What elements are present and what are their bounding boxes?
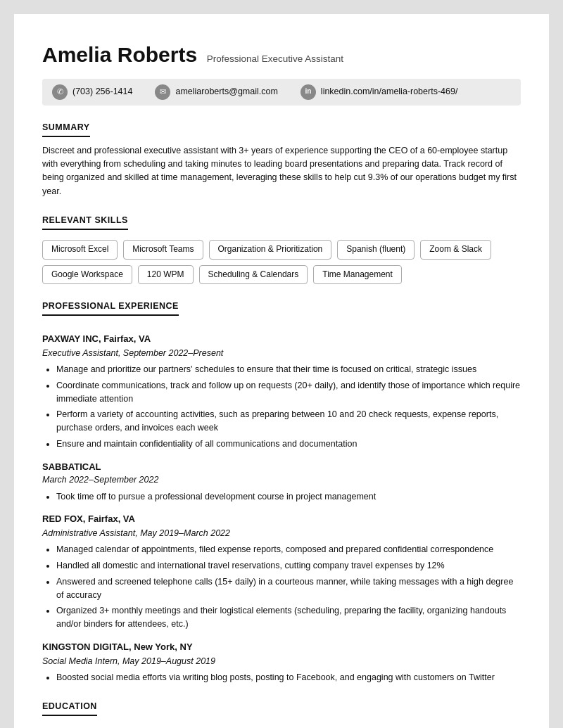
sabbatical-bullet: Took time off to pursue a professional d… — [56, 490, 521, 504]
company-paxway: PAXWAY INC, Fairfax, VA — [42, 333, 521, 346]
company-kingston: KINGSTON DIGITAL, New York, NY — [42, 641, 521, 654]
sabbatical-block: SABBATICAL March 2022–September 2022 Too… — [42, 461, 521, 504]
sabbatical-bullets: Took time off to pursue a professional d… — [42, 490, 521, 504]
email-icon: ✉ — [155, 84, 170, 100]
list-item: Managed calendar of appointments, filed … — [56, 543, 521, 556]
list-item: Manage and prioritize our partners' sche… — [56, 363, 521, 376]
skills-section: RELEVANT SKILLS Microsoft ExcelMicrosoft… — [42, 214, 521, 284]
phone-icon: ✆ — [52, 84, 68, 100]
linkedin-icon: in — [301, 84, 316, 100]
candidate-name: Amelia Roberts — [42, 43, 197, 66]
header: Amelia Roberts Professional Executive As… — [42, 39, 521, 70]
skills-list: Microsoft ExcelMicrosoft TeamsOrganizati… — [42, 240, 521, 284]
role-paxway: Executive Assistant, September 2022–Pres… — [42, 347, 521, 359]
list-item: Boosted social media efforts via writing… — [56, 671, 521, 684]
role-redfox: Administrative Assistant, May 2019–March… — [42, 527, 521, 539]
list-item: Handled all domestic and international t… — [56, 559, 521, 573]
contact-bar: ✆ (703) 256-1414 ✉ ameliaroberts@gmail.c… — [42, 79, 521, 106]
job-redfox: RED FOX, Fairfax, VA Administrative Assi… — [42, 513, 521, 630]
skill-tag: Zoom & Slack — [420, 240, 491, 259]
contact-phone: ✆ (703) 256-1414 — [52, 84, 132, 100]
list-item: Coordinate communications, track and fol… — [56, 379, 521, 406]
experience-title: PROFESSIONAL EXPERIENCE — [42, 300, 179, 316]
list-item: Organized 3+ monthly meetings and their … — [56, 604, 521, 631]
list-item: Perform a variety of accounting activiti… — [56, 408, 521, 435]
contact-email: ✉ ameliaroberts@gmail.com — [155, 84, 277, 100]
bullets-redfox: Managed calendar of appointments, filed … — [42, 543, 521, 631]
education-section: EDUCATION NEW YORK UNIVERSITY, New York,… — [42, 700, 521, 728]
skill-tag: Organization & Prioritization — [209, 240, 332, 259]
skill-tag: Time Management — [313, 265, 402, 284]
skills-title: RELEVANT SKILLS — [42, 214, 128, 230]
contact-linkedin: in linkedin.com/in/amelia-roberts-469/ — [301, 84, 458, 100]
experience-section: PROFESSIONAL EXPERIENCE PAXWAY INC, Fair… — [42, 300, 521, 684]
sabbatical-dates: March 2022–September 2022 — [42, 473, 521, 486]
company-redfox: RED FOX, Fairfax, VA — [42, 513, 521, 526]
resume-container: Amelia Roberts Professional Executive As… — [14, 14, 549, 728]
summary-title: SUMMARY — [42, 121, 90, 137]
bullets-paxway: Manage and prioritize our partners' sche… — [42, 363, 521, 451]
list-item: Ensure and maintain confidentiality of a… — [56, 438, 521, 451]
summary-text: Discreet and professional executive assi… — [42, 144, 521, 199]
skill-tag: 120 WPM — [138, 265, 194, 284]
list-item: Answered and screened telephone calls (1… — [56, 575, 521, 602]
role-kingston: Social Media Intern, May 2019–August 201… — [42, 655, 521, 668]
skill-tag: Scheduling & Calendars — [199, 265, 308, 284]
job-paxway: PAXWAY INC, Fairfax, VA Executive Assist… — [42, 333, 521, 450]
sabbatical-label: SABBATICAL — [42, 461, 521, 474]
skill-tag: Microsoft Teams — [123, 240, 203, 259]
candidate-title: Professional Executive Assistant — [207, 53, 343, 64]
bullets-kingston: Boosted social media efforts via writing… — [42, 671, 521, 684]
skill-tag: Google Workspace — [42, 265, 132, 284]
skill-tag: Spanish (fluent) — [337, 240, 415, 259]
education-title: EDUCATION — [42, 700, 97, 716]
job-kingston: KINGSTON DIGITAL, New York, NY Social Me… — [42, 641, 521, 684]
summary-section: SUMMARY Discreet and professional execut… — [42, 121, 521, 199]
skill-tag: Microsoft Excel — [42, 240, 118, 259]
